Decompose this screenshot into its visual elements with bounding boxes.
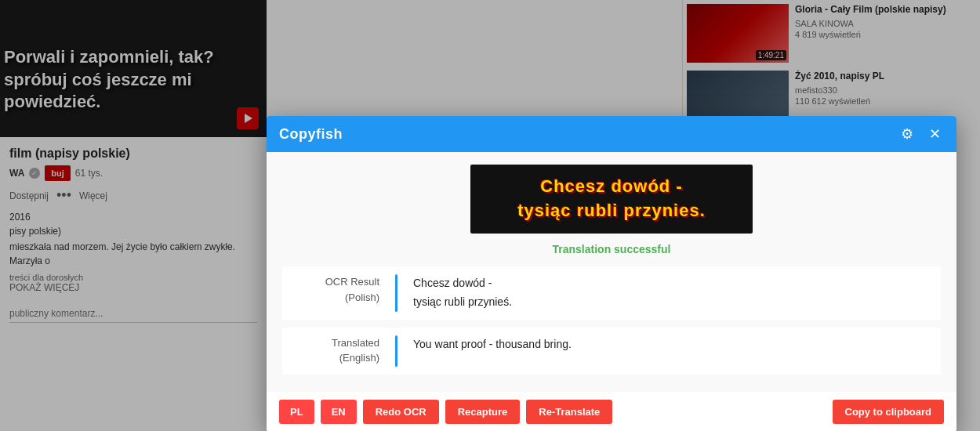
recapture-button[interactable]: Recapture [445, 400, 521, 424]
pl-lang-button[interactable]: PL [279, 400, 314, 424]
re-translate-button[interactable]: Re-Translate [526, 400, 612, 424]
captured-subtitle-text: Chcesz dowód - tysiąc rubli przynies. [517, 175, 706, 223]
modal-footer: PL EN Redo OCR Recapture Re-Translate Co… [267, 392, 956, 431]
translation-status: Translation successful [282, 243, 941, 255]
modal-header: Copyfish ⚙ ✕ [267, 116, 956, 152]
translated-section: Translated (English) You want proof - th… [282, 328, 941, 375]
ocr-divider [395, 274, 397, 312]
settings-button[interactable]: ⚙ [898, 124, 916, 144]
translated-divider [395, 335, 397, 367]
captured-image-container: Chcesz dowód - tysiąc rubli przynies. [282, 165, 941, 234]
redo-ocr-button[interactable]: Redo OCR [363, 400, 439, 424]
captured-image: Chcesz dowód - tysiąc rubli przynies. [470, 165, 753, 234]
modal-body: Chcesz dowód - tysiąc rubli przynies. Tr… [267, 152, 956, 392]
ocr-result-section: OCR Result (Polish) Chcesz dowód - tysią… [282, 266, 941, 320]
close-button[interactable]: ✕ [926, 124, 944, 144]
en-lang-button[interactable]: EN [321, 400, 357, 424]
translated-label: Translated (English) [293, 335, 379, 366]
copy-to-clipboard-button[interactable]: Copy to clipboard [833, 400, 945, 424]
ocr-text: Chcesz dowód - tysiąc rubli przynieś. [413, 274, 930, 312]
modal-header-actions: ⚙ ✕ [898, 124, 944, 144]
translated-text: You want proof - thousand bring. [413, 335, 930, 354]
modal-title: Copyfish [279, 126, 343, 143]
ocr-label: OCR Result (Polish) [293, 274, 379, 305]
copyfish-modal: Copyfish ⚙ ✕ Chcesz dowód - tysiąc rubli… [267, 116, 956, 431]
